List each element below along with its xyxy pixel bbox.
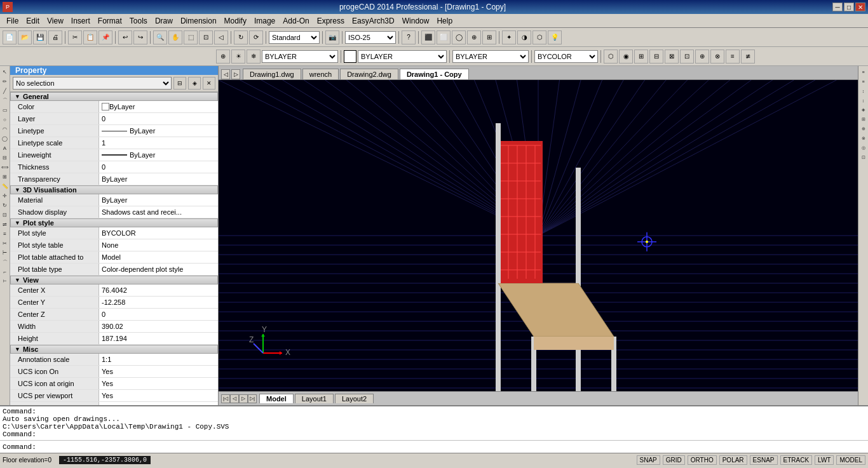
quickselect-button[interactable]: ⊟ — [173, 77, 186, 90]
layer-combo[interactable]: BYLAYER — [262, 50, 338, 63]
ellipse-icon[interactable]: ◯ — [1, 134, 10, 143]
redo-button[interactable]: ↪ — [133, 30, 147, 44]
close-button[interactable]: ✕ — [855, 3, 865, 11]
width-value[interactable]: 390.02 — [99, 321, 218, 332]
block-icon[interactable]: ⊞ — [1, 172, 10, 181]
tab-layout1[interactable]: Layout1 — [295, 394, 334, 403]
bottom-nav-1[interactable]: |◁ — [221, 394, 230, 403]
color-value[interactable]: ByLayer — [99, 101, 218, 112]
right-icon-5[interactable]: ◈ — [859, 105, 868, 114]
tab-model[interactable]: Model — [259, 394, 294, 403]
transparency-value[interactable]: ByLayer — [99, 173, 218, 185]
tab-nav-left[interactable]: ◁ — [221, 69, 230, 79]
tab-drawing2[interactable]: Drawing2.dwg — [340, 69, 398, 79]
zoom-prev-button[interactable]: ◁ — [214, 30, 228, 44]
save-button[interactable]: 💾 — [33, 30, 47, 44]
deselect-button[interactable]: ✕ — [203, 77, 215, 90]
chamfer-icon[interactable]: ⌐ — [1, 267, 10, 276]
layer-icon[interactable]: ⊕ — [216, 50, 230, 64]
bottom-nav-3[interactable]: ▷ — [239, 394, 248, 403]
menu-item-easyarch3d[interactable]: EasyArch3D — [348, 15, 398, 27]
right-icon-7[interactable]: ⊕ — [859, 124, 868, 133]
layer-tools-1[interactable]: ⬡ — [604, 50, 618, 64]
selection-dropdown[interactable]: No selection — [13, 77, 172, 90]
hatch-icon[interactable]: ⊟ — [1, 153, 10, 162]
text-icon[interactable]: A — [1, 144, 10, 152]
main-canvas[interactable] — [219, 80, 858, 391]
general-section-header[interactable]: ▼ General — [10, 92, 218, 101]
right-icon-9[interactable]: ◎ — [859, 144, 868, 152]
layer-tools-3[interactable]: ⊞ — [634, 50, 648, 64]
select-icon[interactable]: ↖ — [1, 67, 10, 76]
menu-item-image[interactable]: Image — [250, 15, 279, 27]
dimstyle-combo[interactable]: ISO-25 — [345, 31, 396, 44]
menu-item-help[interactable]: Help — [433, 15, 456, 27]
plot-section-header[interactable]: ▼ Plot style — [10, 218, 218, 227]
rotate-icon[interactable]: ↻ — [1, 201, 10, 210]
lineweight-value[interactable]: ByLayer — [99, 149, 218, 161]
center-x-value[interactable]: 76.4042 — [99, 284, 218, 296]
center-z-value[interactable]: 0 — [99, 309, 218, 320]
menu-item-modify[interactable]: Modify — [220, 15, 250, 27]
plot-type-value[interactable]: Color-dependent plot style — [99, 264, 218, 275]
scale-icon[interactable]: ⊡ — [1, 210, 10, 219]
select-similar-button[interactable]: ◈ — [188, 77, 201, 90]
layer-tools-8[interactable]: ⊗ — [710, 50, 724, 64]
tab-drawing1-copy[interactable]: Drawing1 - Copy — [400, 69, 469, 79]
drawing-area[interactable]: ◁ ▷ Drawing1.dwg wrench Drawing2.dwg Dra… — [219, 66, 858, 405]
status-etrack[interactable]: ETRACK — [780, 455, 813, 465]
measure-icon[interactable]: 📏 — [1, 182, 10, 191]
open-button[interactable]: 📂 — [18, 30, 32, 44]
linetype-value[interactable]: ByLayer — [99, 125, 218, 137]
plot-attached-value[interactable]: Model — [99, 251, 218, 263]
ucs-icon-on-value[interactable]: Yes — [99, 366, 218, 377]
shadow-value[interactable]: Shadows cast and recei... — [99, 206, 218, 218]
height-value[interactable]: 187.194 — [99, 333, 218, 344]
status-model[interactable]: MODEL — [836, 455, 865, 465]
help-button[interactable]: ? — [402, 30, 416, 44]
right-icon-10[interactable]: ⊡ — [859, 153, 868, 162]
line-icon[interactable]: ╱ — [1, 86, 10, 95]
polyline-icon[interactable]: ⌒ — [1, 96, 10, 105]
view-combo[interactable]: Standard — [269, 31, 320, 44]
wireframe-button[interactable]: ⬡ — [532, 30, 546, 44]
shade-button[interactable]: ◑ — [517, 30, 531, 44]
layer-tools-10[interactable]: ≢ — [741, 50, 755, 64]
fillet-icon[interactable]: ⌒ — [1, 258, 10, 267]
command-input[interactable] — [39, 443, 868, 451]
menu-item-insert[interactable]: Insert — [67, 15, 94, 27]
regen-button[interactable]: ⟳ — [249, 30, 263, 44]
circle-icon[interactable]: ○ — [1, 115, 10, 124]
maximize-button[interactable]: □ — [844, 3, 854, 11]
menu-item-addon[interactable]: Add-On — [279, 15, 313, 27]
rect-icon[interactable]: ▭ — [1, 105, 10, 114]
new-button[interactable]: 📄 — [3, 30, 17, 44]
extend-icon[interactable]: ⊢ — [1, 248, 10, 257]
draw-icon[interactable]: ✏ — [1, 77, 10, 86]
bottom-nav-2[interactable]: ◁ — [230, 394, 239, 403]
right-icon-2[interactable]: ≡ — [859, 77, 868, 86]
right-icon-1[interactable]: ≡ — [859, 67, 868, 76]
ucs-name-value[interactable] — [99, 402, 218, 405]
menu-item-draw[interactable]: Draw — [151, 15, 177, 27]
zoom-ext-button[interactable]: ⊡ — [199, 30, 213, 44]
undo-button[interactable]: ↩ — [118, 30, 132, 44]
mirror-icon[interactable]: ⇌ — [1, 220, 10, 229]
render-button[interactable]: ✦ — [502, 30, 516, 44]
right-icon-6[interactable]: ⊞ — [859, 115, 868, 124]
layer-tools-4[interactable]: ⊟ — [649, 50, 663, 64]
right-icon-8[interactable]: ⊗ — [859, 134, 868, 143]
menu-item-dimension[interactable]: Dimension — [177, 15, 220, 27]
menu-item-view[interactable]: View — [43, 15, 67, 27]
camera-button[interactable]: 📷 — [325, 30, 339, 44]
grid-button[interactable]: ⊞ — [482, 30, 496, 44]
layer-freeze-icon[interactable]: ❄ — [247, 50, 261, 64]
copy-button[interactable]: 📋 — [83, 30, 97, 44]
layer-tools-9[interactable]: ≡ — [726, 50, 740, 64]
misc-section-header[interactable]: ▼ Misc — [10, 345, 218, 354]
right-icon-4[interactable]: ↕ — [859, 96, 868, 105]
view-section-header[interactable]: ▼ View — [10, 276, 218, 284]
cut-button[interactable]: ✂ — [68, 30, 82, 44]
plot-style-table-value[interactable]: None — [99, 239, 218, 251]
trim-icon[interactable]: ✂ — [1, 239, 10, 248]
